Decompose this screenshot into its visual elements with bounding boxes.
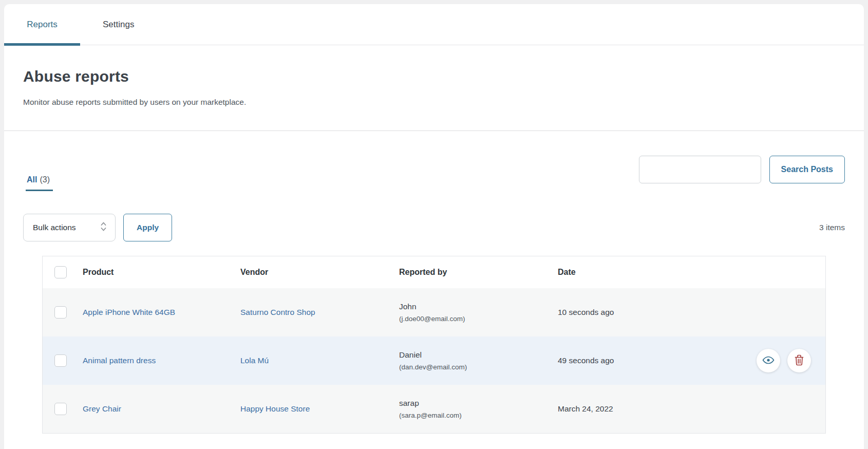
column-header-reported-by: Reported by bbox=[399, 268, 558, 277]
tab-settings[interactable]: Settings bbox=[103, 4, 134, 45]
filter-all-label: All bbox=[27, 175, 37, 184]
page-header: Abuse reports Monitor abuse reports subm… bbox=[4, 45, 864, 131]
page-title: Abuse reports bbox=[23, 68, 845, 85]
tab-reports[interactable]: Reports bbox=[4, 4, 80, 45]
vendor-link[interactable]: Happy House Store bbox=[240, 404, 310, 413]
reports-table: Product Vendor Reported by Date Apple iP… bbox=[42, 256, 826, 434]
reporter-name: John bbox=[399, 302, 558, 311]
vendor-link[interactable]: Saturno Contro Shop bbox=[240, 308, 315, 316]
filter-all[interactable]: All(3) bbox=[26, 175, 53, 191]
table-row: Grey Chair Happy House Store sarap (sara… bbox=[43, 385, 825, 433]
row-checkbox[interactable] bbox=[54, 306, 67, 319]
reporter-email: (dan.dev@email.com) bbox=[399, 363, 558, 371]
top-tab-bar: Reports Settings bbox=[4, 4, 864, 45]
column-header-product: Product bbox=[83, 268, 240, 277]
product-link[interactable]: Grey Chair bbox=[83, 404, 121, 413]
report-date: 10 seconds ago bbox=[558, 308, 825, 317]
items-count: 3 items bbox=[819, 223, 845, 232]
reporter-email: (j.doe00@email.com) bbox=[399, 315, 558, 323]
table-row: Animal pattern dress Lola Mú Daniel (dan… bbox=[43, 336, 825, 385]
bulk-actions-label: Bulk actions bbox=[33, 223, 76, 232]
search-input[interactable] bbox=[639, 156, 761, 183]
product-link[interactable]: Apple iPhone White 64GB bbox=[83, 308, 175, 316]
reporter-name: Daniel bbox=[399, 350, 558, 360]
table-row: Apple iPhone White 64GB Saturno Contro S… bbox=[43, 288, 825, 336]
search-posts-button[interactable]: Search Posts bbox=[769, 156, 845, 183]
view-report-button[interactable] bbox=[757, 349, 780, 372]
row-actions bbox=[757, 349, 811, 372]
tools-section: Search Posts All(3) Bulk actions Apply 3… bbox=[4, 131, 864, 434]
chevron-updown-icon bbox=[100, 221, 107, 234]
reporter-name: sarap bbox=[399, 399, 558, 408]
row-checkbox[interactable] bbox=[54, 403, 67, 415]
report-date: March 24, 2022 bbox=[558, 404, 825, 414]
delete-report-button[interactable] bbox=[787, 349, 811, 372]
active-tab-underline bbox=[4, 43, 80, 46]
search-row: Search Posts bbox=[639, 156, 845, 183]
bulk-actions-select[interactable]: Bulk actions bbox=[23, 214, 116, 241]
table-header-row: Product Vendor Reported by Date bbox=[43, 256, 825, 288]
eye-icon bbox=[762, 353, 775, 368]
row-checkbox[interactable] bbox=[54, 354, 67, 367]
apply-button[interactable]: Apply bbox=[123, 214, 172, 241]
column-header-date: Date bbox=[558, 268, 825, 277]
column-header-vendor: Vendor bbox=[240, 268, 399, 277]
reporter-email: (sara.p@email.com) bbox=[399, 411, 558, 419]
select-all-checkbox[interactable] bbox=[54, 266, 67, 278]
trash-icon bbox=[793, 353, 805, 368]
page-subtitle: Monitor abuse reports submitted by users… bbox=[23, 98, 845, 107]
filter-all-count: (3) bbox=[40, 175, 50, 184]
bulk-actions-row: Bulk actions Apply 3 items bbox=[23, 214, 845, 241]
main-card: Reports Settings Abuse reports Monitor a… bbox=[4, 4, 864, 449]
vendor-link[interactable]: Lola Mú bbox=[240, 356, 269, 365]
product-link[interactable]: Animal pattern dress bbox=[83, 356, 156, 365]
